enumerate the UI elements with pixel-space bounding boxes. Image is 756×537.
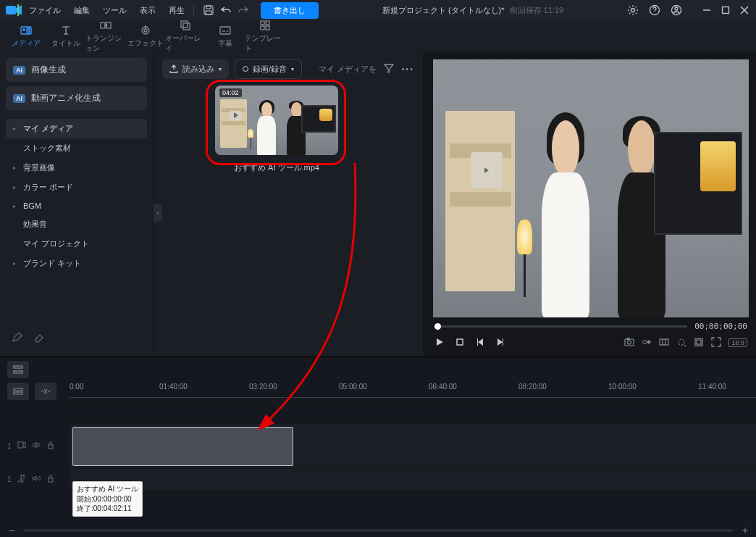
video-track-lane[interactable] [70,423,756,468]
export-button[interactable]: 書き出し [261,2,319,19]
pen-icon[interactable] [12,331,23,344]
menu-edit[interactable]: 編集 [74,5,90,16]
project-title: 新規プロジェクト (タイトルなし)* 前回保存 11:19 [324,5,621,16]
svg-rect-31 [457,339,463,345]
aspect-ratio[interactable]: 16:9 [728,338,747,347]
playhead-dot[interactable] [434,323,441,330]
tab-label: トランジション [85,33,125,54]
save-icon[interactable] [203,4,214,16]
tab-transition[interactable]: トランジション [85,20,125,52]
timeline-clip-placeholder[interactable] [72,427,293,466]
my-media-search[interactable]: マイ メディアを [319,64,377,75]
menu-tools[interactable]: ツール [103,5,127,16]
sidebar-item-bg[interactable]: ▸背景画像 [6,158,147,178]
more-icon[interactable]: ••• [401,64,414,73]
sidebar-item-colorboard[interactable]: ▸カラー ボード [6,178,147,197]
preview-video[interactable] [433,59,749,317]
eraser-icon[interactable] [33,331,45,344]
tab-overlay[interactable]: オーバーレイ [165,20,205,52]
maximize-icon[interactable] [720,4,731,16]
svg-rect-15 [27,28,30,30]
lock-icon[interactable] [46,474,55,484]
svg-rect-48 [18,442,23,448]
tab-subtitle[interactable]: 字幕 [205,20,245,52]
sidebar: AI画像生成 AI動画アニメ化生成 ▸マイ メディア ストック素材 ▸背景画像 … [0,52,154,356]
crop-icon[interactable] [676,337,686,349]
zoom-slider[interactable] [23,529,733,532]
settings-icon[interactable] [627,4,639,16]
timeline-toolbar [0,358,756,381]
undo-icon[interactable] [220,4,232,16]
svg-rect-24 [220,27,230,34]
ai-btn-label: 画像生成 [31,64,66,76]
help-icon[interactable] [649,4,660,16]
redo-icon[interactable] [238,4,249,16]
menu-view[interactable]: 表示 [140,5,156,16]
titlebar: ファイル 編集 ツール 表示 再生 書き出し 新規プロジェクト (タイトルなし)… [0,0,756,20]
tab-title[interactable]: タイトル [46,20,85,52]
tab-template[interactable]: テンプレート [245,20,285,52]
video-track-icon[interactable] [17,441,26,451]
sidebar-item-my-media[interactable]: ▸マイ メディア [6,119,147,138]
next-frame-icon[interactable] [495,337,505,349]
prev-frame-icon[interactable] [475,337,485,349]
audio-track-icon[interactable] [17,474,26,484]
svg-point-49 [33,443,40,447]
lock-icon[interactable] [46,441,55,451]
media-clip[interactable]: 04:02 おすすめ AI ツール.mp4 [211,86,342,173]
import-button[interactable]: 読み込み ▾ [162,59,229,79]
progress-bar[interactable] [434,325,687,328]
svg-point-35 [643,341,647,344]
tab-effect[interactable]: エフェクト [125,20,165,52]
timecode: 00;00;00;00 [694,322,747,331]
detach-icon[interactable] [694,337,704,349]
timeline-layout-icon[interactable] [7,361,29,378]
record-button[interactable]: 録画/録音 ▾ [235,59,302,79]
svg-point-33 [628,341,631,344]
stop-icon[interactable] [455,337,465,349]
audio-track-lane[interactable] [70,468,756,490]
svg-rect-37 [660,339,668,345]
fullscreen-icon[interactable] [711,337,721,349]
clip-thumbnail[interactable]: 04:02 [215,86,338,155]
category-tabs: メディア タイトル トランジション エフェクト オーバーレイ 字幕 テンプレート [0,20,756,52]
mute-icon[interactable] [32,474,41,484]
timeline-ruler[interactable]: 0:0001:40:0003:20:0005:00:0006:40:0008:2… [70,381,756,401]
sidebar-item-myproject[interactable]: マイ プロジェクト [6,234,147,254]
sidebar-item-bgm[interactable]: ▸BGM [6,197,147,215]
media-toolbar: 読み込み ▾ 録画/録音 ▾ マイ メディアを ••• [154,52,423,86]
svg-rect-29 [261,26,264,30]
menu-file[interactable]: ファイル [29,5,61,16]
ai-anime-gen-button[interactable]: AI動画アニメ化生成 [6,86,147,110]
svg-rect-45 [14,371,22,373]
tooltip-start-label: 開始: [77,495,93,503]
play-icon[interactable] [434,337,445,349]
close-icon[interactable] [739,4,750,16]
timeline-tool-select[interactable] [7,383,29,400]
zoom-in-icon[interactable]: ＋ [740,524,749,537]
svg-rect-1 [17,4,19,16]
tab-media[interactable]: メディア [6,20,46,52]
filter-icon[interactable] [384,63,394,75]
menu-play[interactable]: 再生 [169,5,185,16]
track-number: 1 [7,442,12,450]
sidebar-item-stock[interactable]: ストック素材 [6,138,147,158]
tab-label: メディア [12,38,41,49]
snapshot-icon[interactable] [624,337,634,349]
tab-label: オーバーレイ [165,33,205,54]
quality-icon[interactable] [642,337,652,349]
window-controls [701,4,750,16]
ai-image-gen-button[interactable]: AI画像生成 [6,58,147,82]
timeline-tool-magnet[interactable] [35,383,56,400]
sidebar-item-brandkit[interactable]: ▸ブランド キット [6,254,147,273]
minimize-icon[interactable] [701,4,713,16]
svg-rect-52 [49,478,53,482]
account-icon[interactable] [671,4,682,16]
zoom-out-icon[interactable]: − [7,525,16,536]
visibility-icon[interactable] [32,441,41,451]
sidebar-item-sfx[interactable]: 効果音 [6,215,147,234]
media-grid[interactable]: 04:02 おすすめ AI ツール.mp4 [154,86,423,356]
svg-point-36 [647,341,650,344]
compare-icon[interactable] [659,337,669,349]
preview-controls: 00;00;00;00 16:9 [426,317,756,356]
